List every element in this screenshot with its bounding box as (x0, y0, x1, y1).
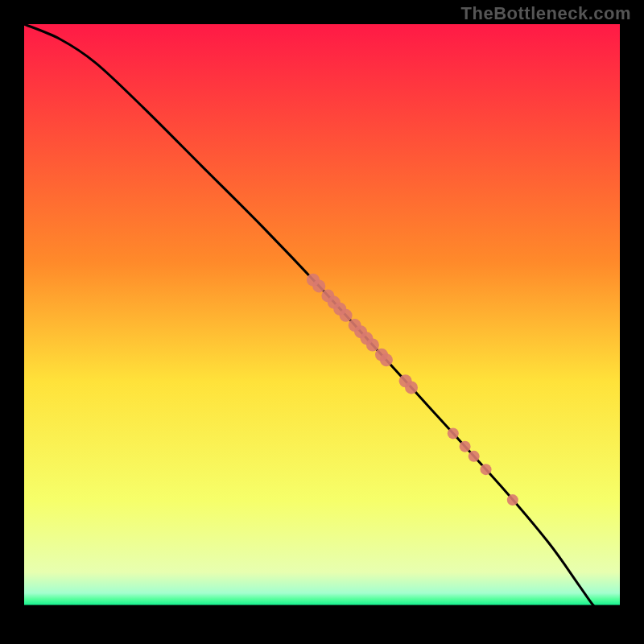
highlight-marker (469, 451, 480, 462)
highlight-marker (340, 309, 353, 322)
highlight-marker (366, 338, 379, 351)
highlight-marker (405, 381, 418, 394)
chart-svg (0, 0, 644, 644)
highlight-marker (380, 353, 393, 366)
svg-rect-0 (24, 24, 620, 620)
highlight-marker (481, 464, 492, 475)
svg-rect-1 (24, 605, 620, 621)
highlight-marker (312, 279, 325, 292)
chart-stage: TheBottleneck.com (0, 0, 644, 644)
highlight-marker (448, 427, 459, 439)
highlight-marker (507, 494, 518, 506)
highlight-marker (460, 441, 471, 452)
